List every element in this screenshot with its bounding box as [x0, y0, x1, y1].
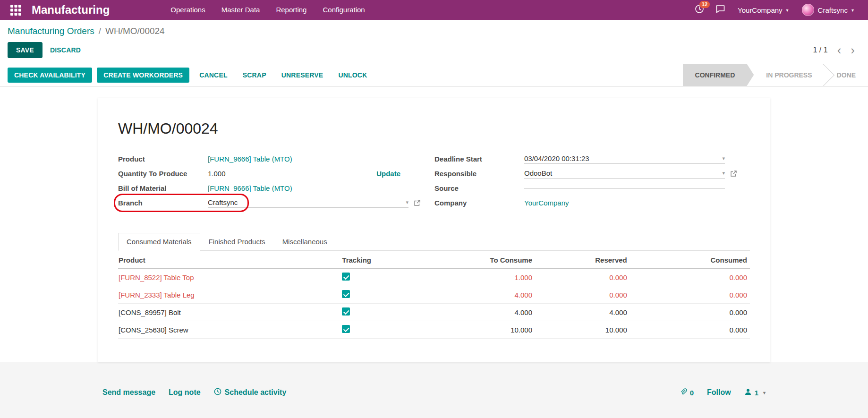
paperclip-icon — [680, 388, 687, 397]
field-deadline-label: Deadline Start — [434, 155, 524, 163]
messages-menu[interactable] — [710, 0, 731, 20]
line-reserved[interactable]: 4.000 — [535, 304, 630, 321]
follow-button[interactable]: Follow — [707, 388, 731, 397]
dropdown-caret-icon[interactable]: ▾ — [722, 155, 725, 162]
log-note-button[interactable]: Log note — [169, 388, 201, 397]
tab-finished-products[interactable]: Finished Products — [200, 233, 274, 250]
checkbox-checked-icon[interactable] — [342, 273, 350, 281]
field-bom-value[interactable]: [FURN_9666] Table (MTO) — [208, 184, 292, 192]
dropdown-caret-icon[interactable]: ▾ — [406, 199, 408, 205]
deadline-input[interactable]: 03/04/2020 00:31:23 ▾ — [524, 154, 725, 164]
chevron-down-icon[interactable]: ▾ — [763, 390, 766, 395]
line-to-consume[interactable]: 4.000 — [415, 286, 535, 304]
check-availability-button[interactable]: CHECK AVAILABILITY — [8, 68, 92, 83]
update-quantity-button[interactable]: Update — [376, 170, 400, 178]
send-message-button[interactable]: Send message — [102, 388, 155, 397]
follower-person-icon — [744, 388, 752, 397]
header-consumed[interactable]: Consumed — [630, 251, 750, 269]
apps-grid-icon[interactable] — [8, 5, 24, 16]
line-to-consume[interactable]: 10.000 — [415, 321, 535, 339]
attachments-button[interactable]: 0 — [680, 388, 694, 397]
create-workorders-button[interactable]: CREATE WORKORDERS — [97, 68, 189, 83]
chat-bubble-icon — [715, 4, 725, 16]
menu-operations[interactable]: Operations — [162, 0, 213, 20]
field-responsible: Responsible OdooBot ▾ — [434, 166, 750, 181]
user-menu[interactable]: Craftsync ▾ — [795, 0, 860, 20]
external-link-icon[interactable] — [414, 200, 420, 206]
field-product-value[interactable]: [FURN_9666] Table (MTO) — [208, 155, 292, 163]
line-tracking — [339, 321, 415, 339]
menu-master-data[interactable]: Master Data — [213, 0, 268, 20]
field-company: Company YourCompany — [434, 196, 750, 210]
line-to-consume[interactable]: 1.000 — [415, 269, 535, 286]
external-link-icon[interactable] — [730, 171, 737, 177]
field-deadline-value: 03/04/2020 00:31:23 — [524, 154, 589, 162]
checkbox-checked-icon[interactable] — [342, 325, 350, 333]
tab-bar: Consumed Materials Finished Products Mis… — [118, 233, 750, 251]
tab-consumed-materials[interactable]: Consumed Materials — [118, 233, 200, 251]
status-confirmed[interactable]: CONFIRMED — [683, 64, 754, 86]
statusbar-row: CHECK AVAILABILITY CREATE WORKORDERS CAN… — [0, 64, 868, 86]
table-row[interactable]: [FURN_8522] Table Top 1.000 0.000 0.000 — [118, 269, 750, 286]
line-product[interactable]: [FURN_2333] Table Leg — [118, 286, 339, 304]
line-reserved[interactable]: 0.000 — [535, 286, 630, 304]
field-quantity-value[interactable]: 1.000 — [208, 170, 226, 178]
activity-count-badge: 12 — [699, 1, 710, 8]
header-reserved[interactable]: Reserved — [535, 251, 630, 269]
branch-input[interactable]: Craftsync ▾ — [208, 198, 408, 208]
pager-previous-icon[interactable]: ‹ — [837, 45, 842, 55]
line-consumed[interactable]: 0.000 — [630, 269, 750, 286]
record-title: WH/MO/00024 — [118, 120, 750, 137]
form-view: WH/MO/00024 Product [FURN_9666] Table (M… — [0, 86, 868, 362]
status-in-progress[interactable]: IN PROGRESS — [754, 64, 824, 86]
breadcrumb-parent[interactable]: Manufacturing Orders — [8, 26, 94, 36]
save-button[interactable]: SAVE — [8, 42, 43, 58]
field-branch: Branch Craftsync ▾ — [118, 196, 434, 210]
header-product[interactable]: Product — [118, 251, 339, 269]
line-product[interactable]: [FURN_8522] Table Top — [118, 269, 339, 286]
company-switcher[interactable]: YourCompany ▾ — [731, 0, 795, 20]
line-product[interactable]: [CONS_89957] Bolt — [118, 304, 339, 321]
activity-clock-icon — [214, 388, 221, 397]
activities-menu[interactable]: 12 — [689, 0, 710, 20]
chatter-tools: 0 Follow 1 ▾ — [680, 388, 766, 397]
line-reserved[interactable]: 10.000 — [535, 321, 630, 339]
line-to-consume[interactable]: 4.000 — [415, 304, 535, 321]
line-reserved[interactable]: 0.000 — [535, 269, 630, 286]
discard-button[interactable]: DISCARD — [50, 46, 81, 54]
tab-miscellaneous[interactable]: Miscellaneous — [274, 233, 336, 250]
app-window: Manufacturing Operations Master Data Rep… — [0, 0, 868, 418]
follower-count: 1 — [755, 389, 758, 397]
responsible-input[interactable]: OdooBot ▾ — [524, 169, 725, 179]
source-input[interactable] — [524, 188, 725, 189]
line-consumed[interactable]: 0.000 — [630, 321, 750, 339]
line-product[interactable]: [CONS_25630] Screw — [118, 321, 339, 339]
consumed-materials-table: Product Tracking To Consume Reserved Con… — [118, 251, 750, 339]
scrap-button[interactable]: SCRAP — [238, 68, 272, 83]
schedule-activity-button[interactable]: Schedule activity — [214, 388, 287, 397]
chatter: Send message Log note Schedule activity … — [0, 362, 868, 418]
field-company-value[interactable]: YourCompany — [524, 199, 569, 207]
field-quantity: Quantity To Produce 1.000 Update — [118, 166, 434, 181]
unlock-button[interactable]: UNLOCK — [333, 68, 372, 83]
table-row[interactable]: [CONS_89957] Bolt 4.000 4.000 0.000 — [118, 304, 750, 321]
field-product: Product [FURN_9666] Table (MTO) — [118, 152, 434, 166]
checkbox-checked-icon[interactable] — [342, 290, 350, 298]
unreserve-button[interactable]: UNRESERVE — [276, 68, 329, 83]
table-row[interactable]: [FURN_2333] Table Leg 4.000 0.000 0.000 — [118, 286, 750, 304]
pager-value: 1 / 1 — [813, 46, 828, 54]
menu-reporting[interactable]: Reporting — [268, 0, 315, 20]
cancel-button[interactable]: CANCEL — [194, 68, 233, 83]
header-tracking[interactable]: Tracking — [339, 251, 415, 269]
followers-button[interactable]: 1 ▾ — [744, 388, 766, 397]
table-row[interactable]: [CONS_25630] Screw 10.000 10.000 0.000 — [118, 321, 750, 339]
line-consumed[interactable]: 0.000 — [630, 304, 750, 321]
chevron-down-icon: ▾ — [851, 8, 854, 13]
pager-next-icon[interactable]: › — [851, 45, 855, 55]
checkbox-checked-icon[interactable] — [342, 307, 350, 316]
line-consumed[interactable]: 0.000 — [630, 286, 750, 304]
menu-configuration[interactable]: Configuration — [315, 0, 373, 20]
app-title[interactable]: Manufacturing — [32, 3, 110, 17]
header-to-consume[interactable]: To Consume — [415, 251, 535, 269]
dropdown-caret-icon[interactable]: ▾ — [722, 170, 725, 176]
